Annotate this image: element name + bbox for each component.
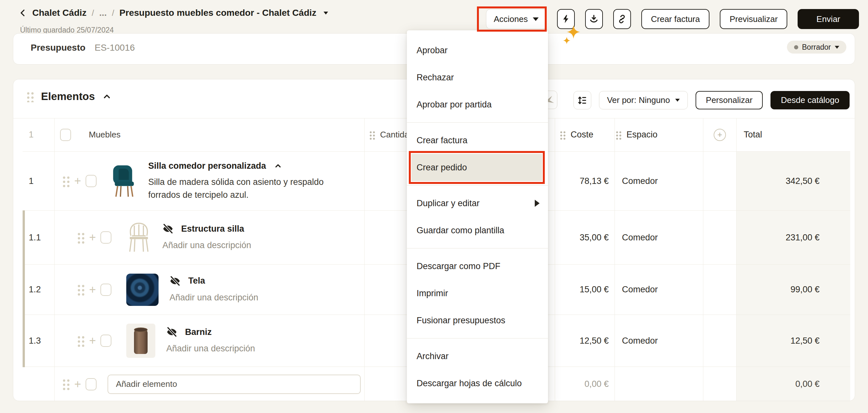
row-height-button[interactable]: [574, 91, 591, 109]
item-description-placeholder[interactable]: Añadir una descripción: [169, 291, 258, 304]
bolt-button[interactable]: [557, 9, 575, 29]
breadcrumb-separator: /: [92, 8, 94, 18]
menu-item-approve[interactable]: Aprobar: [407, 37, 548, 64]
row-checkbox[interactable]: [86, 378, 97, 390]
item-space[interactable]: Comedor: [615, 315, 703, 367]
actions-button-label: Acciones: [494, 14, 528, 24]
menu-item-create-order[interactable]: Crear pedido: [407, 154, 548, 181]
row-checkbox[interactable]: [86, 175, 97, 187]
add-subitem-icon[interactable]: +: [74, 175, 81, 187]
create-invoice-button[interactable]: Crear factura: [641, 9, 710, 29]
item-description[interactable]: Silla de madera sólida con asiento y res…: [148, 175, 342, 201]
item-cost[interactable]: 15,00 €: [555, 265, 615, 315]
breadcrumb-ellipsis[interactable]: ...: [99, 8, 106, 18]
item-space[interactable]: Comedor: [615, 211, 703, 264]
total-column-header[interactable]: Total: [737, 118, 850, 151]
from-catalog-button[interactable]: Desde catálogo: [771, 91, 849, 109]
item-cost[interactable]: 78,13 €: [555, 152, 615, 210]
status-caret-icon: [835, 46, 839, 49]
item-thumbnail-fabric: [126, 274, 159, 306]
column-drag-handle-icon[interactable]: [368, 130, 375, 140]
select-all-checkbox[interactable]: [60, 129, 71, 141]
row-drag-handle-icon[interactable]: [76, 231, 85, 244]
add-subitem-icon[interactable]: +: [74, 378, 81, 390]
topbar-actions: Acciones Crear f: [486, 9, 859, 29]
item-name[interactable]: Estructura silla: [181, 224, 244, 234]
actions-menu: Aprobar Rechazar Aprobar por partida Cre…: [407, 30, 548, 403]
row-drag-handle-icon[interactable]: [76, 335, 85, 347]
item-total: 231,00 €: [737, 211, 850, 264]
add-column-button[interactable]: +: [714, 129, 726, 141]
link-icon: [617, 13, 627, 25]
section-drag-handle-icon[interactable]: [26, 91, 34, 102]
breadcrumb-separator: /: [112, 8, 114, 18]
column-drag-handle-icon[interactable]: [615, 130, 621, 140]
status-label: Borrador: [802, 43, 831, 51]
add-subitem-icon[interactable]: +: [89, 232, 96, 243]
menu-item-duplicate-edit[interactable]: Duplicar y editar: [407, 190, 548, 217]
create-invoice-label: Crear factura: [651, 14, 700, 24]
item-name[interactable]: Tela: [188, 276, 205, 286]
bolt-icon: [561, 13, 570, 25]
copy-link-button[interactable]: [613, 9, 631, 29]
menu-item-print[interactable]: Imprimir: [407, 280, 548, 307]
actions-button[interactable]: Acciones: [486, 9, 547, 29]
menu-item-archive[interactable]: Archivar: [407, 343, 548, 370]
customize-button[interactable]: Personalizar: [695, 91, 763, 109]
item-total: 342,50 €: [737, 152, 850, 210]
row-drag-handle-icon[interactable]: [61, 378, 70, 390]
menu-item-reject[interactable]: Rechazar: [407, 64, 548, 91]
view-by-caret-icon: [675, 99, 680, 102]
space-column-header[interactable]: Espacio: [626, 130, 657, 140]
menu-item-merge-quotes[interactable]: Fusionar presupuestos: [407, 307, 548, 334]
collapse-item-icon[interactable]: [274, 162, 282, 170]
breadcrumb-current[interactable]: Presupuesto muebles comedor - Chalet Cád…: [120, 8, 316, 18]
item-space[interactable]: Comedor: [615, 152, 703, 210]
item-total: 99,00 €: [737, 265, 850, 315]
column-drag-handle-icon[interactable]: [559, 130, 565, 140]
add-subitem-icon[interactable]: +: [89, 284, 96, 296]
add-subitem-icon[interactable]: +: [89, 335, 96, 347]
item-cost[interactable]: 35,00 €: [555, 211, 615, 264]
download-button[interactable]: [585, 9, 603, 29]
row-checkbox[interactable]: [100, 335, 112, 347]
add-row-total: 0,00 €: [737, 367, 850, 401]
menu-item-save-as-template[interactable]: Guardar como plantilla: [407, 217, 548, 244]
row-checkbox[interactable]: [100, 284, 112, 296]
menu-item-approve-by-line[interactable]: Aprobar por partida: [407, 91, 548, 118]
menu-item-download-pdf[interactable]: Descargar como PDF: [407, 253, 548, 280]
item-name[interactable]: Silla comedor personalizada: [148, 161, 266, 171]
eye-off-icon[interactable]: [166, 326, 177, 338]
from-catalog-label: Desde catálogo: [781, 95, 839, 105]
status-badge[interactable]: Borrador: [787, 41, 846, 54]
row-drag-handle-icon[interactable]: [61, 175, 70, 187]
menu-item-download-spreadsheets[interactable]: Descargar hojas de cálculo: [407, 370, 548, 397]
index-column-header: 1: [23, 118, 55, 151]
item-cost[interactable]: 12,50 €: [555, 315, 615, 367]
preview-button[interactable]: Previsualizar: [720, 9, 787, 29]
item-space[interactable]: Comedor: [615, 265, 703, 315]
items-column-header[interactable]: Muebles: [89, 130, 120, 140]
item-thumbnail-chair: [112, 164, 137, 198]
add-element-input[interactable]: [107, 375, 361, 394]
menu-item-create-invoice[interactable]: Crear factura: [407, 127, 548, 154]
row-drag-handle-icon[interactable]: [76, 283, 85, 296]
breadcrumb-back[interactable]: Chalet Cádiz: [32, 8, 87, 18]
item-description-placeholder[interactable]: Añadir una descripción: [166, 342, 255, 355]
collapse-section-icon[interactable]: [102, 92, 112, 101]
document-number: ES-10016: [95, 43, 135, 53]
eye-off-icon[interactable]: [169, 276, 181, 286]
breadcrumb-caret-icon[interactable]: [323, 12, 328, 14]
view-by-dropdown[interactable]: Ver por: Ninguno: [599, 91, 688, 109]
cost-column-header[interactable]: Coste: [570, 130, 593, 140]
submenu-arrow-icon: [535, 200, 539, 207]
document-type-label: Presupuesto: [31, 43, 86, 53]
item-description-placeholder[interactable]: Añadir una descripción: [162, 239, 251, 252]
send-button[interactable]: Enviar: [798, 9, 859, 29]
row-checkbox[interactable]: [100, 231, 112, 244]
menu-divider: [407, 248, 548, 248]
chevron-left-icon[interactable]: [19, 8, 27, 18]
eye-off-icon[interactable]: [162, 223, 174, 234]
menu-divider: [407, 185, 548, 185]
item-name[interactable]: Barniz: [185, 327, 212, 337]
